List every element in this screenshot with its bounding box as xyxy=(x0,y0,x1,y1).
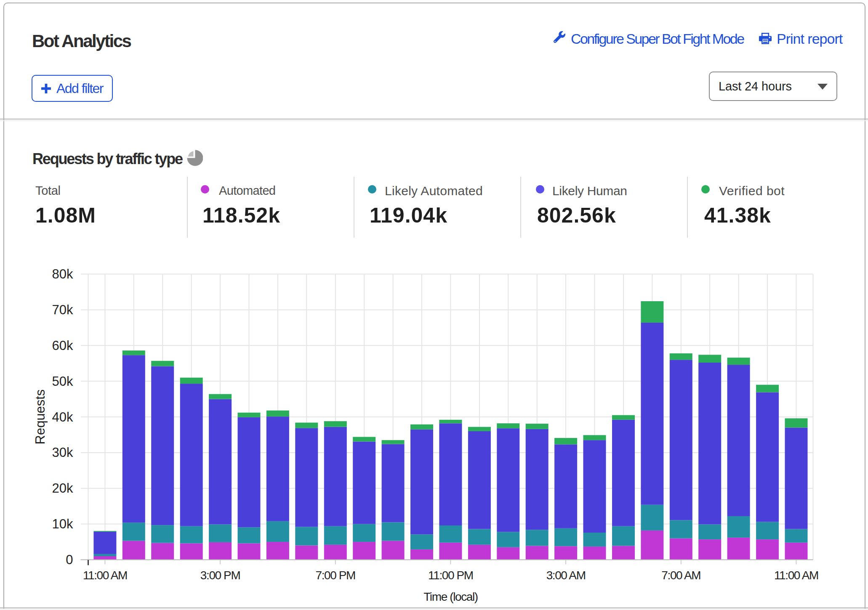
svg-text:11:00 AM: 11:00 AM xyxy=(83,569,127,582)
svg-text:0: 0 xyxy=(66,552,73,567)
svg-text:7:00 PM: 7:00 PM xyxy=(316,569,356,582)
svg-text:Requests: Requests xyxy=(33,390,48,445)
svg-text:11:00 PM: 11:00 PM xyxy=(428,569,473,582)
svg-text:11:00 AM: 11:00 AM xyxy=(774,569,818,582)
svg-text:60k: 60k xyxy=(52,338,73,353)
svg-text:Time (local): Time (local) xyxy=(423,590,478,603)
svg-text:70k: 70k xyxy=(52,302,73,317)
svg-text:30k: 30k xyxy=(52,445,73,460)
svg-text:50k: 50k xyxy=(52,374,73,389)
svg-text:80k: 80k xyxy=(52,267,73,281)
svg-text:7:00 AM: 7:00 AM xyxy=(661,569,700,582)
svg-text:40k: 40k xyxy=(52,410,73,424)
svg-text:3:00 AM: 3:00 AM xyxy=(546,569,586,582)
svg-text:10k: 10k xyxy=(52,517,73,531)
svg-text:3:00 PM: 3:00 PM xyxy=(200,569,240,582)
svg-text:20k: 20k xyxy=(52,481,73,496)
